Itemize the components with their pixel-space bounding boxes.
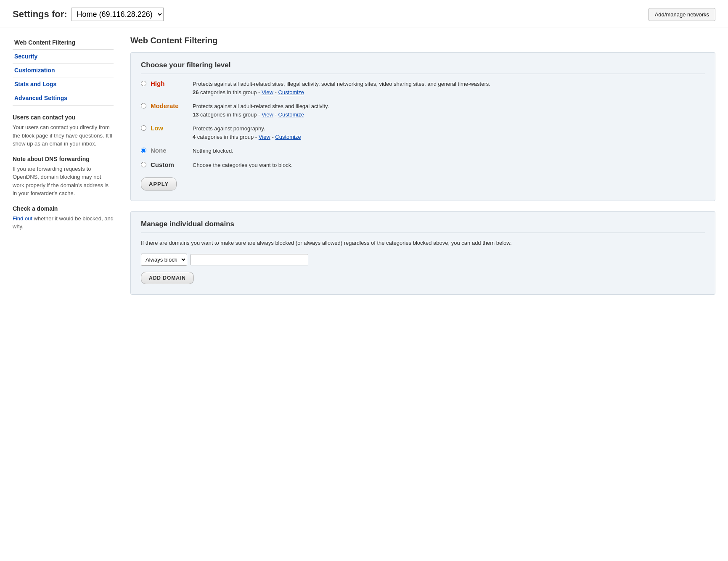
settings-for-text: Settings for: — [13, 9, 67, 20]
filter-option-low: Low Protects against pornography. 4 cate… — [141, 124, 705, 141]
filter-label-high[interactable]: High — [151, 80, 188, 87]
sidebar-nav: Web Content Filtering Security Customiza… — [13, 36, 114, 106]
filter-desc-low: Protects against pornography. 4 categori… — [193, 124, 301, 141]
dns-forwarding-title: Note about DNS forwarding — [13, 156, 114, 162]
filter-label-low[interactable]: Low — [151, 124, 188, 132]
high-count: 26 — [193, 89, 199, 95]
sidebar-item-security[interactable]: Security — [13, 50, 114, 64]
check-domain-text: Find out whether it would be blocked, an… — [13, 214, 114, 231]
filter-radio-low[interactable] — [141, 125, 146, 131]
content-area: Web Content Filtering Choose your filter… — [122, 36, 715, 305]
low-customize-link[interactable]: Customize — [275, 134, 301, 140]
always-block-select[interactable]: Always block Always allow — [141, 254, 187, 266]
domain-description: If there are domains you want to make su… — [141, 239, 705, 248]
page-title: Web Content Filtering — [130, 36, 715, 45]
filter-radio-high[interactable] — [141, 81, 146, 86]
sidebar-section-dns-forwarding: Note about DNS forwarding If you are for… — [13, 156, 114, 198]
low-view-link[interactable]: View — [259, 134, 270, 140]
filter-option-moderate: Moderate Protects against all adult-rela… — [141, 102, 705, 119]
header: Settings for: Home (69.116.28.226) Add/m… — [0, 0, 728, 27]
filter-desc-high: Protects against all adult-related sites… — [193, 80, 490, 96]
find-out-link[interactable]: Find out — [13, 215, 32, 222]
moderate-customize-link[interactable]: Customize — [278, 111, 304, 118]
sidebar: Web Content Filtering Security Customiza… — [13, 36, 122, 305]
filter-label-none[interactable]: None — [151, 147, 188, 154]
users-contact-title: Users can contact you — [13, 114, 114, 121]
filter-label-moderate[interactable]: Moderate — [151, 102, 188, 109]
low-count: 4 — [193, 134, 196, 140]
filter-radio-none[interactable] — [141, 148, 146, 153]
add-domain-button[interactable]: ADD DOMAIN — [141, 272, 194, 284]
moderate-view-link[interactable]: View — [262, 111, 273, 118]
filter-option-high: High Protects against all adult-related … — [141, 80, 705, 96]
filter-desc-moderate: Protects against all adult-related sites… — [193, 102, 329, 119]
filter-label-custom[interactable]: Custom — [151, 161, 188, 168]
sidebar-item-advanced-settings[interactable]: Advanced Settings — [13, 91, 114, 105]
high-customize-link[interactable]: Customize — [278, 89, 304, 95]
filter-desc-none: Nothing blocked. — [193, 147, 233, 155]
dns-forwarding-text: If you are forwarding requests to OpenDN… — [13, 165, 114, 198]
sidebar-section-check-domain: Check a domain Find out whether it would… — [13, 205, 114, 231]
network-select[interactable]: Home (69.116.28.226) — [71, 8, 164, 21]
filter-option-custom: Custom Choose the categories you want to… — [141, 161, 705, 169]
add-manage-networks-button[interactable]: Add/manage networks — [649, 8, 715, 21]
sidebar-item-stats-and-logs[interactable]: Stats and Logs — [13, 77, 114, 91]
manage-domains-title: Manage individual domains — [141, 220, 705, 233]
domain-input-row: Always block Always allow — [141, 254, 705, 266]
filter-option-none: None Nothing blocked. — [141, 147, 705, 155]
check-domain-title: Check a domain — [13, 205, 114, 212]
sidebar-item-web-content-filtering[interactable]: Web Content Filtering — [13, 36, 114, 50]
manage-domains-section: Manage individual domains If there are d… — [130, 211, 715, 295]
domain-text-input[interactable] — [191, 254, 308, 265]
filter-radio-custom[interactable] — [141, 162, 146, 167]
high-view-link[interactable]: View — [262, 89, 273, 95]
users-contact-text: Your users can contact you directly from… — [13, 123, 114, 148]
moderate-count: 13 — [193, 111, 199, 118]
main-layout: Web Content Filtering Security Customiza… — [0, 27, 728, 313]
page-wrapper: Settings for: Home (69.116.28.226) Add/m… — [0, 0, 728, 561]
settings-for-label: Settings for: Home (69.116.28.226) — [13, 8, 164, 21]
filter-radio-moderate[interactable] — [141, 103, 146, 108]
sidebar-section-users-contact: Users can contact you Your users can con… — [13, 114, 114, 148]
apply-button[interactable]: APPLY — [141, 177, 177, 191]
filtering-level-title: Choose your filtering level — [141, 61, 705, 74]
filtering-level-section: Choose your filtering level High Protect… — [130, 52, 715, 201]
filter-desc-custom: Choose the categories you want to block. — [193, 161, 293, 169]
sidebar-item-customization[interactable]: Customization — [13, 64, 114, 77]
